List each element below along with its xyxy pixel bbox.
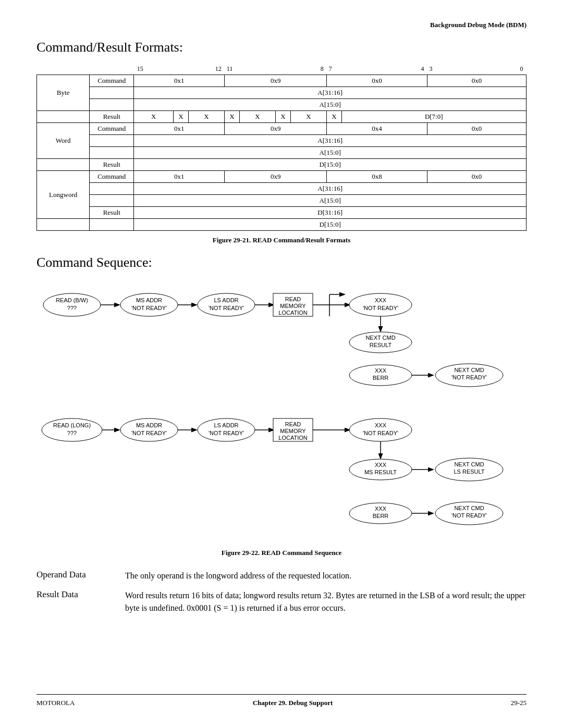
section2-title: Command Sequence:	[36, 255, 527, 270]
figure21-caption: Figure 29-21. READ Command/Result Format…	[36, 236, 527, 244]
svg-text:XXX: XXX	[375, 297, 387, 303]
figure22-caption: Figure 29-22. READ Command Sequence	[36, 549, 527, 557]
svg-text:MEMORY: MEMORY	[280, 303, 306, 309]
byte-a3116-row: A[31:16]	[37, 87, 527, 99]
svg-text:MEMORY: MEMORY	[280, 428, 306, 434]
diagram2: READ (LONG) ??? MS ADDR 'NOT READY' LS A…	[36, 404, 527, 545]
svg-text:READ (B/W): READ (B/W)	[56, 297, 88, 303]
word-a150-row: A[15:0]	[37, 147, 527, 159]
svg-text:XXX: XXX	[375, 505, 387, 512]
word-a3116-row: A[31:16]	[37, 135, 527, 147]
svg-text:XXX: XXX	[375, 462, 387, 468]
operand-data-row: Operand Data The only operand is the lon…	[36, 570, 527, 582]
format-table: 15 12 11 8 7 4 3 0 Byte Command 0x1 0x9 …	[36, 64, 527, 231]
longword-result-d150-row: D[15:0]	[37, 219, 527, 231]
svg-text:XXX: XXX	[375, 367, 387, 374]
svg-text:???: ???	[67, 305, 77, 311]
svg-text:'NOT READY': 'NOT READY'	[131, 305, 167, 311]
operand-section: Operand Data The only operand is the lon…	[36, 570, 527, 614]
svg-text:'NOT READY': 'NOT READY'	[131, 430, 167, 436]
footer-left: MOTOROLA	[36, 699, 75, 707]
result-data-text: Word results return 16 bits of data; lon…	[125, 589, 527, 614]
svg-text:'NOT READY': 'NOT READY'	[451, 374, 487, 380]
svg-text:READ: READ	[285, 296, 301, 302]
bit-header-row: 15 12 11 8 7 4 3 0	[37, 64, 527, 75]
svg-text:'NOT READY': 'NOT READY'	[209, 305, 244, 311]
page-header: Background Debug Mode (BDM)	[36, 21, 527, 29]
longword-command-row: Longword Command 0x1 0x9 0x8 0x0	[37, 171, 527, 183]
word-command-row: Word Command 0x1 0x9 0x4 0x0	[37, 123, 527, 135]
page-footer: MOTOROLA Chapter 29. Debug Support 29-25	[36, 694, 527, 707]
svg-text:NEXT CMD: NEXT CMD	[454, 461, 484, 467]
svg-text:NEXT CMD: NEXT CMD	[454, 367, 484, 373]
operand-data-text: The only operand is the longword address…	[125, 570, 527, 582]
result-data-label: Result Data	[36, 589, 125, 600]
svg-text:BERR: BERR	[373, 375, 389, 381]
diagram1: READ (B/W) ??? MS ADDR 'NOT READY' LS AD…	[36, 279, 527, 399]
svg-text:MS ADDR: MS ADDR	[136, 297, 162, 303]
svg-text:XXX: XXX	[375, 422, 387, 428]
longword-a150-row: A[15:0]	[37, 195, 527, 207]
svg-text:???: ???	[67, 430, 77, 436]
svg-text:LS RESULT: LS RESULT	[454, 468, 484, 475]
svg-text:'NOT READY': 'NOT READY'	[363, 305, 398, 311]
svg-text:LOCATION: LOCATION	[278, 310, 307, 316]
svg-text:RESULT: RESULT	[370, 342, 392, 348]
svg-text:LS ADDR: LS ADDR	[214, 422, 238, 428]
svg-text:MS ADDR: MS ADDR	[136, 422, 162, 428]
svg-text:'NOT READY': 'NOT READY'	[451, 512, 487, 519]
section1-title: Command/Result Formats:	[36, 40, 527, 55]
svg-text:NEXT CMD: NEXT CMD	[454, 505, 484, 511]
svg-text:MS RESULT: MS RESULT	[364, 469, 397, 475]
svg-text:BERR: BERR	[373, 513, 389, 519]
footer-right: 29-25	[511, 699, 527, 707]
longword-result-d3116-row: Result D[31:16]	[37, 207, 527, 219]
svg-text:LOCATION: LOCATION	[278, 435, 307, 441]
svg-text:READ (LONG): READ (LONG)	[53, 422, 91, 428]
svg-text:'NOT READY': 'NOT READY'	[363, 430, 398, 436]
longword-a3116-row: A[31:16]	[37, 183, 527, 195]
result-data-row: Result Data Word results return 16 bits …	[36, 589, 527, 614]
svg-text:'NOT READY': 'NOT READY'	[209, 430, 244, 436]
svg-text:NEXT CMD: NEXT CMD	[365, 335, 395, 341]
svg-text:LS ADDR: LS ADDR	[214, 297, 238, 303]
word-result-row: Result D[15:0]	[37, 159, 527, 171]
operand-data-label: Operand Data	[36, 570, 125, 580]
footer-center: Chapter 29. Debug Support	[253, 699, 333, 707]
svg-text:READ: READ	[285, 421, 301, 427]
byte-a150-row: A[15:0]	[37, 99, 527, 111]
byte-result-row: Result X X X X X X X X D[7:0]	[37, 111, 527, 123]
byte-command-row: Byte Command 0x1 0x9 0x0 0x0	[37, 75, 527, 87]
